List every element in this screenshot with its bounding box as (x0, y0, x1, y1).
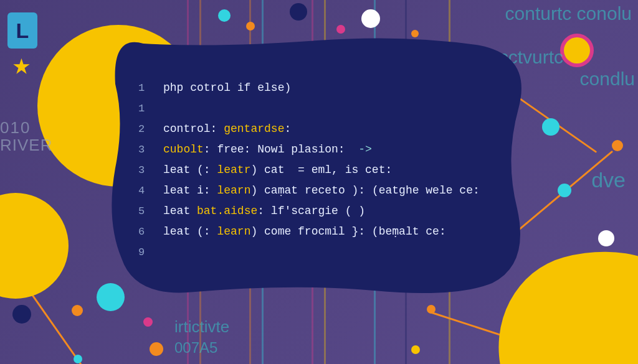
line-number: 3 (138, 160, 163, 180)
code-line: 3cubolt: free: Nowi plasion: -> (138, 139, 505, 160)
code-line: 3leat (: leatr) cat = eml, is cet: (138, 160, 505, 180)
circle-dot (246, 22, 255, 30)
line-number: 2 (138, 119, 163, 139)
circle-dot (336, 25, 345, 34)
star-icon: ★ (12, 51, 31, 81)
code-line: 1php cotrol if else) (138, 78, 505, 98)
code-token: learn (217, 222, 250, 242)
logo-badge: L (7, 12, 37, 49)
circle-dot (143, 317, 153, 327)
code-block: 1php cotrol if else)12control: gentardse… (138, 78, 505, 263)
code-token: leat i: (163, 180, 217, 201)
circle-dot (74, 355, 82, 363)
line-number: 6 (138, 222, 163, 242)
code-token: bat.aidse (197, 201, 257, 222)
code-token: ) come frocmil }: (beṃalt ce: (250, 222, 445, 242)
circle-dot (411, 345, 420, 354)
circle-dot (427, 305, 436, 314)
code-token: php cotrol if else) (163, 78, 291, 98)
bg-text: 007A5 (174, 339, 217, 357)
line-number: 5 (138, 201, 163, 222)
circle-dot (598, 230, 614, 246)
circle-dot (150, 342, 163, 356)
circle-dot (558, 184, 571, 197)
circle-dot (612, 140, 623, 151)
circle-dot (361, 9, 380, 28)
code-token: : free: Nowi plasion: (204, 139, 358, 160)
code-token: leatr (217, 160, 250, 180)
circle-ring (564, 37, 590, 63)
code-line: 9 (138, 242, 505, 263)
code-line: 2control: gentardse: (138, 119, 505, 139)
code-card: 1php cotrol if else)12control: gentardse… (106, 34, 530, 302)
code-token: : lf'scargie ( ) (257, 201, 365, 222)
code-token: leat (: (163, 222, 217, 242)
line-number: 1 (138, 98, 163, 119)
circle-dot (218, 9, 231, 22)
code-token: cubolt (163, 139, 204, 160)
code-token: gentardse (224, 119, 284, 139)
bg-text: conturtc conolu (505, 3, 632, 24)
circle-yellow (0, 193, 69, 299)
code-token: leat (: (163, 160, 217, 180)
bg-text: 010 (0, 118, 31, 138)
circle-dot (542, 118, 559, 136)
code-token: : (284, 119, 291, 139)
code-token: control: (163, 119, 224, 139)
line-number: 3 (138, 139, 163, 160)
code-token: ) cat = eml, is cet: (250, 160, 392, 180)
circle-dot (12, 305, 31, 324)
code-line: 5leat bat.aidse: lf'scargie ( ) (138, 201, 505, 222)
line-number: 1 (138, 78, 163, 98)
code-token: -> (358, 139, 372, 160)
bg-text: dve (591, 168, 626, 192)
logo-letter: L (16, 19, 29, 43)
code-token: leat (163, 201, 197, 222)
circle-dot (290, 3, 307, 21)
code-line: 1 (138, 98, 505, 119)
code-line: 6leat (: learn) come frocmil }: (beṃalt … (138, 222, 505, 242)
bg-text: irtictivte (174, 317, 229, 337)
bg-line (31, 293, 89, 364)
stage: L ★ conturtc conolu cctvurtc condlu dve … (0, 0, 638, 364)
bg-text: condlu (580, 68, 635, 90)
line-number: 4 (138, 180, 163, 201)
code-token: learn (217, 180, 250, 201)
code-token: ) caṃat receto ): (eatghe wele ce: (250, 180, 479, 201)
circle-dot (72, 305, 83, 316)
line-number: 9 (138, 242, 163, 263)
code-line: 4leat i: learn) caṃat receto ): (eatghe … (138, 180, 505, 201)
